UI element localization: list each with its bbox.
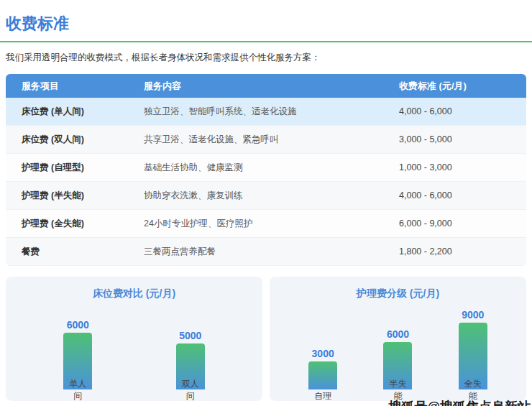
- bar: [308, 361, 337, 389]
- fee-standard-cell: 4,000 - 6,000: [399, 190, 526, 200]
- bar-group: 6000单人间: [63, 319, 92, 389]
- bar-value-label: 9000: [462, 309, 484, 320]
- bar-group: 3000自理: [308, 348, 337, 389]
- fee-standard-cell: 4,000 - 6,000: [399, 106, 526, 116]
- fee-standard-cell: 3,000 - 5,000: [399, 134, 526, 144]
- fee-table: 服务项目 服务内容 收费标准 (元/月) 床位费 (单人间)独立卫浴、智能呼叫系…: [6, 74, 526, 266]
- bar-group: 5000双人间: [176, 330, 205, 389]
- page-title: 收费标准: [6, 14, 526, 33]
- service-content-cell: 独立卫浴、智能呼叫系统、适老化设施: [144, 106, 399, 118]
- table-header-row: 服务项目 服务内容 收费标准 (元/月): [6, 74, 526, 98]
- service-content-cell: 共享卫浴、适老化设施、紧急呼叫: [144, 134, 399, 146]
- service-item-cell: 床位费 (单人间): [22, 106, 144, 118]
- service-item-cell: 床位费 (双人间): [22, 134, 144, 146]
- article-page: 收费标准 我们采用透明合理的收费模式，根据长者身体状况和需求提供个性化服务方案：…: [0, 14, 532, 406]
- fee-standard-cell: 6,000 - 9,000: [399, 218, 526, 229]
- bar-group: 6000半失能: [383, 328, 412, 389]
- table-row: 餐费三餐两点营养配餐1,800 - 2,200: [6, 238, 526, 266]
- fee-standard-cell: 1,800 - 2,200: [399, 246, 526, 257]
- bar-chart-card: 护理费分级 (元/月)3000自理6000半失能9000全失能: [270, 277, 526, 401]
- table-row: 床位费 (单人间)独立卫浴、智能呼叫系统、适老化设施4,000 - 6,000: [6, 98, 526, 126]
- chart-title: 护理费分级 (元/月): [270, 286, 526, 300]
- service-item-cell: 护理费 (全失能): [22, 218, 144, 230]
- service-content-cell: 基础生活协助、健康监测: [144, 162, 399, 174]
- table-row: 护理费 (自理型)基础生活协助、健康监测1,000 - 3,000: [6, 154, 526, 182]
- bar-value-label: 3000: [312, 348, 334, 359]
- service-item-cell: 护理费 (自理型): [22, 162, 144, 174]
- bar-category-label: 双人间: [180, 378, 201, 402]
- green-divider: [0, 41, 532, 42]
- chart-plot-area: 3000自理6000半失能9000全失能: [270, 300, 526, 389]
- chart-plot-area: 6000单人间5000双人间: [6, 300, 262, 389]
- service-item-cell: 护理费 (半失能): [22, 190, 144, 202]
- service-item-cell: 餐费: [22, 246, 144, 258]
- table-row: 护理费 (全失能)24小时专业护理、医疗照护6,000 - 9,000: [6, 210, 526, 238]
- table-row: 护理费 (半失能)协助穿衣洗漱、康复训练4,000 - 6,000: [6, 182, 526, 210]
- bar-category-label: 单人间: [67, 378, 88, 402]
- service-content-cell: 三餐两点营养配餐: [144, 246, 399, 258]
- service-content-cell: 协助穿衣洗漱、康复训练: [144, 190, 399, 202]
- watermark-text: 搜狐号@搜狐焦点阜新站: [388, 398, 531, 406]
- table-body: 床位费 (单人间)独立卫浴、智能呼叫系统、适老化设施4,000 - 6,000床…: [6, 98, 526, 266]
- chart-title: 床位费对比 (元/月): [6, 286, 262, 300]
- column-header-fee-standard: 收费标准 (元/月): [399, 80, 526, 93]
- bar-category-label: 自理: [312, 390, 334, 402]
- column-header-service-content: 服务内容: [144, 80, 399, 93]
- bar-value-label: 6000: [67, 319, 89, 331]
- charts-row: 床位费对比 (元/月)6000单人间5000双人间护理费分级 (元/月)3000…: [6, 277, 526, 401]
- service-content-cell: 24小时专业护理、医疗照护: [144, 218, 399, 230]
- intro-text: 我们采用透明合理的收费模式，根据长者身体状况和需求提供个性化服务方案：: [6, 52, 526, 63]
- bar-value-label: 5000: [179, 330, 201, 341]
- bar-value-label: 6000: [387, 328, 409, 340]
- table-row: 床位费 (双人间)共享卫浴、适老化设施、紧急呼叫3,000 - 5,000: [6, 126, 526, 154]
- bar-chart-card: 床位费对比 (元/月)6000单人间5000双人间: [6, 277, 262, 401]
- fee-standard-cell: 1,000 - 3,000: [399, 162, 526, 172]
- column-header-service-item: 服务项目: [22, 80, 144, 93]
- bar-group: 9000全失能: [459, 309, 487, 389]
